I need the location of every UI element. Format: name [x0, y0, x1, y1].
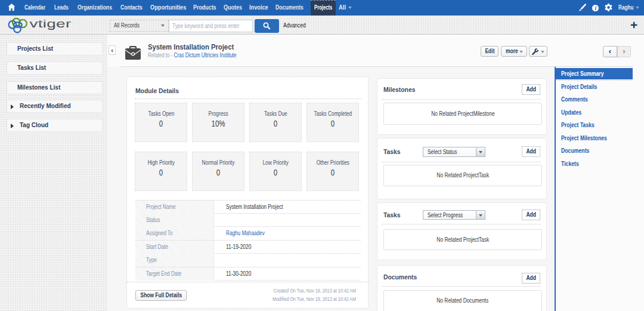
svg-text:i: i	[595, 5, 596, 11]
svg-text:vtiger: vtiger	[30, 17, 72, 30]
